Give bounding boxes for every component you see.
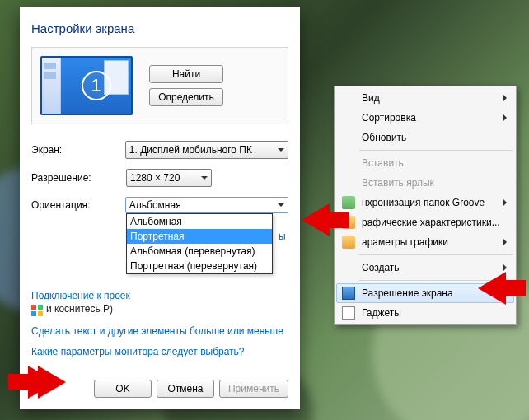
ctx-refresh[interactable]: Обновить <box>336 128 514 147</box>
arrow-annotation <box>478 272 506 305</box>
monitor-params-link[interactable]: Какие параметры монитора следует выбрать… <box>31 345 288 359</box>
text-size-link[interactable]: Сделать текст и другие элементы больше и… <box>31 324 288 338</box>
chevron-down-icon <box>278 203 284 207</box>
graphics-icon <box>342 236 355 249</box>
apply-button[interactable]: Применить <box>219 380 288 398</box>
orientation-select[interactable]: Альбомная <box>125 197 288 213</box>
monitor-thumbnail[interactable]: 1 <box>40 56 133 115</box>
orientation-option[interactable]: Портретная (перевернутая) <box>127 259 272 273</box>
projector-hint: и коснитесь P) <box>46 303 113 315</box>
monitor-number: 1 <box>82 71 111 100</box>
ok-button[interactable]: OK <box>94 380 152 398</box>
screen-select-value: 1. Дисплей мобильного ПК <box>129 144 252 156</box>
orientation-label: Ориентация: <box>31 199 125 211</box>
ctx-paste-shortcut: Вставить ярлык <box>336 173 514 193</box>
projector-link[interactable]: Подключение к проек <box>31 289 130 303</box>
separator <box>359 150 513 151</box>
screen-label: Экран: <box>31 144 125 156</box>
ctx-view[interactable]: Вид <box>336 88 514 108</box>
ctx-graphics-params[interactable]: араметры графики <box>336 232 514 252</box>
truncated-text: ы <box>279 230 286 244</box>
chevron-down-icon <box>278 148 284 152</box>
cancel-button[interactable]: Отмена <box>157 380 214 398</box>
detect-button[interactable]: Определить <box>149 88 223 106</box>
ctx-graphics-properties[interactable]: рафические характеристики... <box>336 212 514 232</box>
chevron-down-icon <box>201 176 208 180</box>
ctx-paste: Вставить <box>336 153 514 173</box>
screen-select[interactable]: 1. Дисплей мобильного ПК <box>125 141 288 159</box>
windows-logo-icon <box>31 305 43 316</box>
arrow-annotation <box>302 203 330 236</box>
resolution-select-value: 1280 × 720 <box>130 172 180 184</box>
folder-sync-icon <box>342 196 355 209</box>
arrow-annotation <box>38 366 66 399</box>
display-preview-box: 1 Найти Определить <box>31 47 288 124</box>
gadget-icon <box>342 306 355 320</box>
monitor-icon <box>342 287 355 300</box>
ctx-groove-sync[interactable]: нхронизация папок Groove <box>336 193 514 212</box>
orientation-option[interactable]: Альбомная (перевернутая) <box>127 244 272 259</box>
orientation-select-value: Альбомная <box>129 199 181 211</box>
resolution-select[interactable]: 1280 × 720 <box>126 169 212 187</box>
resolution-label: Разрешение: <box>31 172 126 184</box>
find-button[interactable]: Найти <box>149 65 223 83</box>
ctx-gadgets[interactable]: Гаджеты <box>336 303 514 323</box>
orientation-dropdown: Альбомная Портретная Альбомная (переверн… <box>126 213 273 274</box>
orientation-option[interactable]: Портретная <box>127 229 272 244</box>
ctx-sort[interactable]: Сортировка <box>336 108 514 128</box>
orientation-option[interactable]: Альбомная <box>127 214 272 229</box>
dialog-title: Настройки экрана <box>31 21 288 35</box>
screen-settings-dialog: Настройки экрана 1 Найти Определить Экра… <box>20 7 300 409</box>
separator <box>359 254 513 255</box>
